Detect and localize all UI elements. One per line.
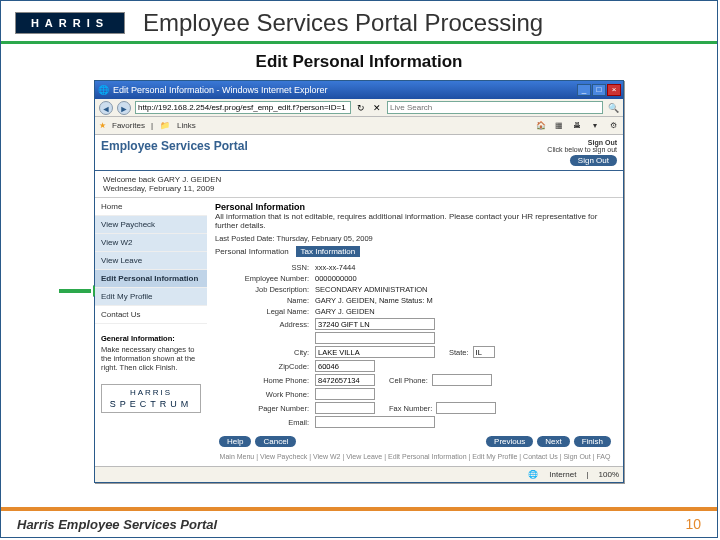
- label-ssn: SSN:: [215, 263, 315, 272]
- print-icon[interactable]: 🖶: [571, 120, 583, 132]
- slide-title: Employee Services Portal Processing: [143, 9, 543, 37]
- feeds-icon[interactable]: ▦: [553, 120, 565, 132]
- status-zone: Internet: [549, 470, 576, 479]
- label-home-phone: Home Phone:: [215, 376, 315, 385]
- signout-title: Sign Out: [547, 139, 617, 146]
- close-button[interactable]: ×: [607, 84, 621, 96]
- ie-window-title: Edit Personal Information - Windows Inte…: [113, 85, 328, 95]
- sidebar-item-w2[interactable]: View W2: [95, 234, 207, 252]
- previous-button[interactable]: Previous: [486, 436, 533, 447]
- label-email: Email:: [215, 418, 315, 427]
- signout-hint: Click below to sign out: [547, 146, 617, 153]
- input-email[interactable]: [315, 416, 435, 428]
- welcome-block: Welcome back GARY J. GEIDEN Wednesday, F…: [95, 171, 623, 198]
- slide-footer-title: Harris Employee Services Portal: [17, 517, 217, 532]
- welcome-name: Welcome back GARY J. GEIDEN: [103, 175, 615, 184]
- finish-button[interactable]: Finish: [574, 436, 611, 447]
- tools-menu-icon[interactable]: ⚙: [607, 120, 619, 132]
- ie-toolbar: ★ Favorites | 📁 Links 🏠 ▦ 🖶 ▾ ⚙: [95, 117, 623, 135]
- general-info-block: General Information: Make necessary chan…: [95, 330, 207, 376]
- input-cell-phone[interactable]: [432, 374, 492, 386]
- tab-personal-info[interactable]: Personal Information: [215, 247, 289, 256]
- sidebar-item-contact[interactable]: Contact Us: [95, 306, 207, 324]
- input-work-phone[interactable]: [315, 388, 375, 400]
- favorites-label[interactable]: Favorites: [112, 121, 145, 130]
- label-work-phone: Work Phone:: [215, 390, 315, 399]
- slide-footer: Harris Employee Services Portal 10: [1, 507, 717, 537]
- label-city: City:: [215, 348, 315, 357]
- last-posted: Last Posted Date: Thursday, February 05,…: [215, 234, 615, 243]
- next-button[interactable]: Next: [537, 436, 569, 447]
- cancel-button[interactable]: Cancel: [255, 436, 296, 447]
- value-job-desc: SECONDARY ADMINISTRATION: [315, 285, 428, 294]
- input-fax[interactable]: [436, 402, 496, 414]
- help-button[interactable]: Help: [219, 436, 251, 447]
- portal-header: Employee Services Portal Sign Out Click …: [95, 135, 623, 171]
- input-state[interactable]: [473, 346, 495, 358]
- stop-icon[interactable]: ✕: [371, 102, 383, 114]
- status-zoom[interactable]: 100%: [599, 470, 619, 479]
- internet-zone-icon: 🌐: [527, 469, 539, 481]
- input-city[interactable]: [315, 346, 435, 358]
- general-info-title: General Information:: [101, 334, 201, 343]
- label-state: State:: [449, 348, 469, 357]
- section-title: Personal Information: [215, 202, 615, 212]
- forward-button[interactable]: ►: [117, 101, 131, 115]
- tab-row: Personal Information Tax Information: [215, 246, 615, 257]
- value-ssn: xxx-xx-7444: [315, 263, 355, 272]
- url-input[interactable]: [135, 101, 351, 114]
- home-icon[interactable]: 🏠: [535, 120, 547, 132]
- sidebar-item-edit-personal[interactable]: Edit Personal Information: [95, 270, 207, 288]
- label-fax: Fax Number:: [389, 404, 432, 413]
- portal-title: Employee Services Portal: [101, 139, 248, 153]
- sidebar-item-paycheck[interactable]: View Paycheck: [95, 216, 207, 234]
- ie-address-bar: ◄ ► ↻ ✕ 🔍: [95, 99, 623, 117]
- input-address[interactable]: [315, 318, 435, 330]
- sidebar-item-edit-profile[interactable]: Edit My Profile: [95, 288, 207, 306]
- ie-icon: 🌐: [97, 84, 109, 96]
- label-pager: Pager Number:: [215, 404, 315, 413]
- minimize-button[interactable]: _: [577, 84, 591, 96]
- pointer-arrow-icon: [59, 287, 99, 295]
- welcome-date: Wednesday, February 11, 2009: [103, 184, 615, 193]
- last-posted-label: Last Posted Date:: [215, 234, 275, 243]
- label-legal-name: Legal Name:: [215, 307, 315, 316]
- label-zip: ZipCode:: [215, 362, 315, 371]
- search-icon[interactable]: 🔍: [607, 102, 619, 114]
- ie-content: Employee Services Portal Sign Out Click …: [95, 135, 623, 466]
- links-label[interactable]: Links: [177, 121, 196, 130]
- favorites-star-icon[interactable]: ★: [99, 121, 106, 130]
- button-row: Help Cancel Previous Next Finish: [215, 436, 615, 447]
- signout-box: Sign Out Click below to sign out Sign Ou…: [547, 139, 617, 166]
- general-info-body: Make necessary changes to the informatio…: [101, 345, 195, 372]
- input-home-phone[interactable]: [315, 374, 375, 386]
- sidebar-item-home[interactable]: Home: [95, 198, 207, 216]
- refresh-icon[interactable]: ↻: [355, 102, 367, 114]
- spectrum-logo: HARRIS SPECTRUM: [101, 384, 201, 413]
- value-emp-num: 0000000000: [315, 274, 357, 283]
- search-input[interactable]: [387, 101, 603, 114]
- slide-subtitle: Edit Personal Information: [1, 52, 717, 72]
- value-legal-name: GARY J. GEIDEN: [315, 307, 375, 316]
- maximize-button[interactable]: □: [592, 84, 606, 96]
- label-address: Address:: [215, 320, 315, 329]
- tab-tax-info[interactable]: Tax Information: [296, 246, 361, 257]
- ie-titlebar[interactable]: 🌐 Edit Personal Information - Windows In…: [95, 81, 623, 99]
- ie-status-bar: 🌐 Internet | 100%: [95, 466, 623, 482]
- input-pager[interactable]: [315, 402, 375, 414]
- label-cell-phone: Cell Phone:: [389, 376, 428, 385]
- page-menu-icon[interactable]: ▾: [589, 120, 601, 132]
- input-zip[interactable]: [315, 360, 375, 372]
- input-address-2[interactable]: [315, 332, 435, 344]
- spectrum-logo-top: HARRIS: [130, 388, 172, 397]
- main-content: Personal Information All information tha…: [207, 198, 623, 466]
- back-button[interactable]: ◄: [99, 101, 113, 115]
- section-description: All information that is not editable, re…: [215, 212, 615, 230]
- signout-button[interactable]: Sign Out: [570, 155, 617, 166]
- links-folder-icon[interactable]: 📁: [159, 120, 171, 132]
- last-posted-value: Thursday, February 05, 2009: [277, 234, 373, 243]
- slide-page-number: 10: [685, 516, 701, 532]
- sidebar-item-leave[interactable]: View Leave: [95, 252, 207, 270]
- label-emp-num: Employee Number:: [215, 274, 315, 283]
- portal-footer-links[interactable]: Main Menu | View Paycheck | View W2 | Vi…: [215, 447, 615, 462]
